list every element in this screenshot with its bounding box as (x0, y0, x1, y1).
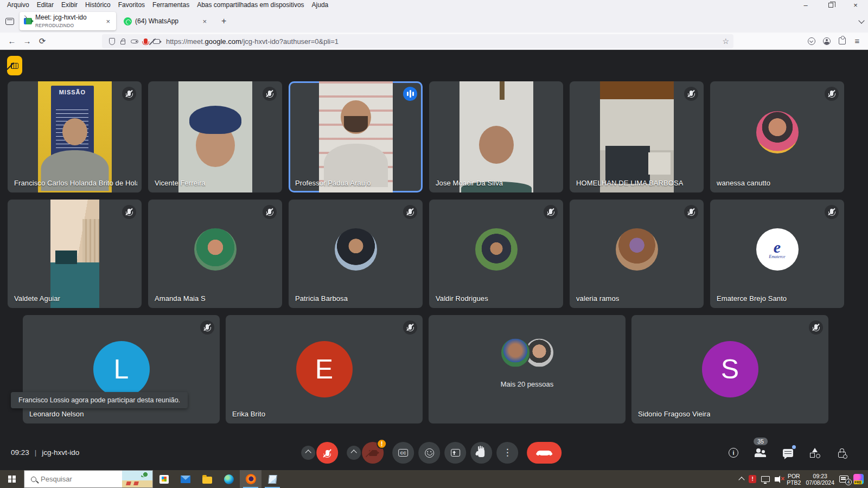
tile-francisco-carlos[interactable]: MISSÃO Francisco Carlos Holanda Brito de… (8, 81, 142, 192)
start-button[interactable] (0, 470, 24, 488)
mic-options-chevron[interactable] (301, 446, 315, 460)
host-lock-icon (838, 452, 846, 458)
host-controls-button[interactable] (834, 444, 850, 461)
tile-sidonio[interactable]: S Sidonio Fragoso Vieira (631, 315, 828, 423)
tile-professor-padua[interactable]: Professor Pádua Araujo (289, 81, 423, 192)
menu-favoritos[interactable]: Favoritos (114, 1, 149, 9)
microphone-permission-icon[interactable] (144, 38, 148, 44)
menu-editar[interactable]: Editar (33, 1, 58, 9)
taskbar-search[interactable] (24, 470, 153, 488)
account-icon[interactable] (819, 34, 834, 48)
reactions-button[interactable] (418, 442, 440, 464)
taskbar-store-button[interactable] (153, 470, 175, 488)
window-restore-button[interactable] (818, 0, 843, 10)
tile-amanda[interactable]: Amanda Maia S (148, 200, 282, 308)
camera-blocked-icon[interactable] (153, 39, 160, 44)
back-button[interactable]: ← (4, 34, 20, 48)
language-indicator[interactable]: POR PTB2 (787, 473, 801, 486)
app-menu-button[interactable]: ≡ (850, 34, 865, 48)
participant-avatar (616, 228, 658, 271)
menu-ferramentas[interactable]: Ferramentas (149, 1, 193, 9)
list-all-tabs-button[interactable] (859, 15, 864, 25)
meeting-details-button[interactable]: i (726, 444, 741, 461)
tile-vicente-ferreira[interactable]: Vicente Ferreira (148, 81, 282, 192)
forward-button[interactable]: → (20, 34, 35, 48)
tile-erika[interactable]: E Erika Brito (226, 315, 423, 423)
window-close-button[interactable]: × (843, 0, 868, 10)
tile-more-people[interactable]: Mais 20 pessoas (429, 315, 626, 423)
tile-patricia[interactable]: Patricia Barbosa (289, 200, 423, 308)
participant-name: Jose Moacir Da Silva (436, 179, 503, 187)
clock[interactable]: 09:23 07/08/2024 (806, 473, 834, 486)
taskbar-firefox-button[interactable] (240, 470, 261, 488)
tab-whatsapp-title: (64) WhatsApp (135, 17, 201, 25)
tile-valeria[interactable]: valeria ramos (570, 200, 704, 308)
volume-muted-icon[interactable] (775, 477, 778, 481)
tile-wanessa[interactable]: wanessa canutto (710, 81, 844, 192)
menu-abas-compartilhadas[interactable]: Abas compartilhadas em dispositivos (193, 1, 308, 9)
more-options-button[interactable]: ⋮ (496, 442, 518, 464)
tile-valdete[interactable]: Valdete Aguiar (8, 200, 142, 308)
pocket-icon[interactable] (804, 34, 819, 48)
mic-off-icon (326, 450, 329, 456)
chat-button[interactable] (780, 444, 795, 461)
present-screen-button[interactable] (444, 442, 466, 464)
firefox-view-button[interactable] (2, 14, 17, 29)
participant-video (459, 81, 533, 192)
participant-avatar: e Ematerce (756, 228, 799, 271)
tab-audio-status: REPRODUZINDO (35, 23, 74, 28)
chevron-down-icon (858, 17, 864, 23)
taskbar-explorer-button[interactable] (196, 470, 218, 488)
lock-icon[interactable] (120, 38, 125, 44)
taskbar-mail-button[interactable] (175, 470, 196, 488)
camera-options-chevron[interactable] (347, 446, 361, 460)
menu-historico[interactable]: Histórico (81, 1, 114, 9)
tab-meet[interactable]: Meet: jcg-hxvt-ido REPRODUZINDO × (20, 12, 116, 30)
tile-ematerce[interactable]: e Ematerce Ematerce Brejo Santo (710, 200, 844, 308)
captions-button[interactable]: CC (392, 442, 414, 464)
security-alert-icon[interactable]: ! (749, 475, 756, 483)
mic-muted-icon (403, 205, 417, 219)
mute-microphone-button[interactable] (316, 442, 338, 464)
tab-whatsapp[interactable]: (64) WhatsApp × (119, 12, 213, 30)
menu-arquivo[interactable]: Arquivo (3, 1, 33, 9)
hidden-icons-chevron[interactable] (739, 474, 744, 484)
tab-close-icon[interactable]: × (201, 17, 208, 25)
camera-off-button[interactable]: ! (362, 442, 384, 464)
notifications-button[interactable]: 4 (839, 476, 848, 483)
tile-homelhan[interactable]: HOMELHAN DE LIMA BARBOSA (570, 81, 704, 192)
search-input[interactable] (41, 475, 106, 483)
new-tab-button[interactable]: + (216, 15, 232, 27)
tab-close-icon[interactable]: × (104, 17, 112, 25)
end-call-button[interactable] (527, 442, 561, 464)
taskbar-edge-button[interactable] (218, 470, 240, 488)
participant-name: Vicente Ferreira (155, 179, 206, 187)
menu-ajuda[interactable]: Ajuda (308, 1, 333, 9)
raise-hand-button[interactable] (470, 442, 492, 464)
chat-icon (783, 449, 793, 457)
fre-app-icon[interactable]: FRE (853, 474, 864, 484)
display-icon[interactable] (761, 476, 770, 482)
window-minimize-button[interactable]: – (793, 0, 818, 10)
meet-control-bar: 09:23 | jcg-hxvt-ido ! CC ⋮ i 35 (0, 439, 868, 470)
participant-name: Erika Brito (232, 410, 265, 418)
tile-valdir[interactable]: Valdir Rodrigues (429, 200, 563, 308)
info-icon: i (729, 448, 738, 458)
tracking-protection-icon[interactable] (109, 38, 115, 45)
tile-jose-moacir[interactable]: Jose Moacir Da Silva (429, 81, 563, 192)
permissions-icon[interactable] (131, 40, 138, 43)
menu-exibir[interactable]: Exibir (58, 1, 81, 9)
ematerce-logo-text: Ematerce (769, 254, 785, 259)
participant-video (319, 81, 393, 192)
video-disabled-warning-button[interactable] (7, 56, 22, 75)
mic-muted-icon (825, 87, 839, 101)
participant-name: Francisco Carlos Holanda Brito de Hola..… (14, 179, 137, 187)
extensions-icon[interactable] (834, 34, 850, 48)
reload-button[interactable]: ⟳ (35, 34, 50, 48)
activities-button[interactable] (807, 444, 822, 461)
taskbar-notepad-button[interactable] (261, 470, 283, 488)
bookmark-star-icon[interactable]: ☆ (722, 37, 729, 46)
url-bar[interactable]: https://meet.google.com/jcg-hxvt-ido?aut… (102, 34, 733, 48)
people-button[interactable]: 35 (753, 444, 768, 461)
restore-icon (828, 3, 833, 8)
